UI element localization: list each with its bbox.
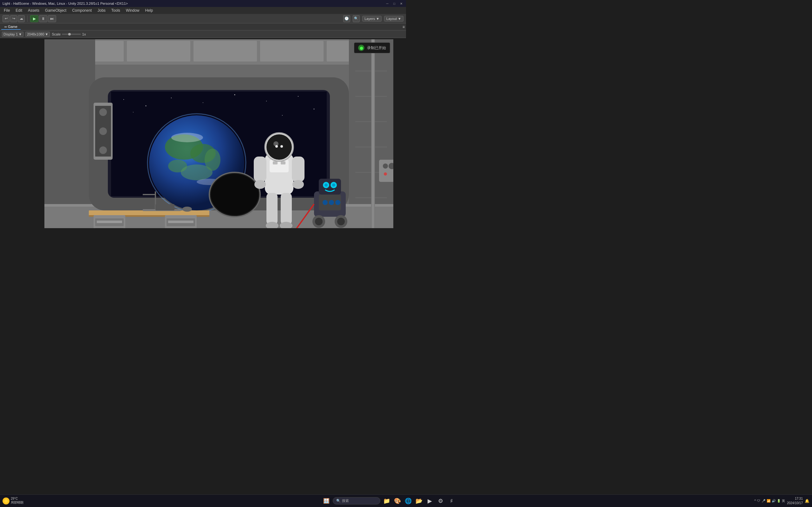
svg-point-101 [383,164,388,169]
toolbar-left-group: ↩ ↪ ☁ [3,15,25,22]
toolbar-play-group: ▶ ⏸ ⏭ [30,15,56,22]
scale-thumb [68,33,71,36]
panel-tab-options: ≡ [403,25,405,29]
scale-slider[interactable] [62,34,81,35]
svg-rect-45 [273,161,277,164]
svg-rect-86 [95,228,124,228]
svg-rect-56 [281,193,292,225]
svg-rect-106 [372,39,374,228]
svg-point-72 [315,218,322,225]
toolbar: ↩ ↪ ☁ ▶ ⏸ ⏭ 🕐 🔍 Layers ▼ Layout ▼ [0,14,406,23]
menu-window[interactable]: Window [123,8,142,13]
svg-point-69 [329,200,334,205]
recording-text: 录制已开始 [367,45,386,51]
svg-point-48 [266,134,292,160]
resolution-dropdown[interactable]: 2048x1080 ▼ [26,32,50,37]
layers-dropdown[interactable]: Layers ▼ [362,16,382,21]
svg-rect-55 [266,193,277,225]
svg-point-65 [324,183,328,187]
svg-rect-51 [254,157,266,182]
maximize-button[interactable]: □ [392,1,397,6]
svg-point-70 [335,200,340,205]
svg-rect-85 [97,221,122,223]
toolbar-undo-btn[interactable]: ↩ [3,15,9,22]
display-label: Display 1 [3,32,18,36]
svg-rect-62 [319,179,341,194]
svg-point-74 [337,218,345,225]
toolbar-history-btn[interactable]: 🕐 [343,15,350,22]
recording-icon: ⬤ [358,45,364,51]
menu-assets[interactable]: Assets [26,8,42,13]
svg-rect-99 [155,204,174,210]
pause-button[interactable]: ⏸ [39,15,47,22]
svg-rect-7 [44,39,95,228]
svg-point-104 [384,172,387,176]
panel-options-icon[interactable]: ≡ [403,25,405,29]
toolbar-search-btn[interactable]: 🔍 [353,15,360,22]
menu-gameobject[interactable]: GameObject [43,8,69,13]
toolbar-sep-1 [27,15,28,22]
display-dropdown[interactable]: Display 1 ▼ [2,32,23,37]
svg-point-28 [133,112,134,112]
menu-file[interactable]: File [1,8,12,13]
svg-point-24 [235,95,235,95]
menu-tools[interactable]: Tools [109,8,123,13]
tab-game-label: Game [8,25,17,29]
scale-value: 1x [82,32,86,36]
svg-point-80 [99,147,107,154]
svg-point-59 [275,145,278,148]
title-bar: Light - HallScene - Windows, Mac, Linux … [0,0,406,7]
svg-rect-92 [168,221,194,223]
svg-point-53 [254,180,266,189]
minimize-button[interactable]: ─ [385,1,390,6]
play-button[interactable]: ▶ [30,15,38,22]
step-button[interactable]: ⏭ [48,15,56,22]
toolbar-cloud-btn[interactable]: ☁ [18,15,25,22]
svg-point-38 [171,133,203,142]
layers-label: Layers [364,17,375,20]
svg-point-79 [99,127,107,135]
scale-container: Scale 1x [52,32,86,36]
toolbar-redo-btn[interactable]: ↪ [10,15,17,22]
svg-point-60 [281,145,283,148]
layout-label: Layout [386,17,397,20]
svg-point-54 [293,180,304,189]
svg-rect-4 [194,41,257,61]
svg-point-21 [146,106,147,107]
game-view: ⬤ 录制已开始 [44,39,393,228]
menu-edit[interactable]: Edit [13,8,25,13]
resolution-label: 2048x1080 [27,32,44,36]
resolution-arrow: ▼ [45,32,49,36]
svg-rect-52 [292,157,305,182]
toolbar-right: 🕐 🔍 Layers ▼ Layout ▼ [343,15,403,22]
svg-point-41 [211,174,258,215]
menu-jobs[interactable]: Jobs [95,8,108,13]
window-controls: ─ □ ✕ [385,1,403,6]
tab-game[interactable]: ∞ Game [1,24,20,30]
svg-rect-46 [281,161,286,164]
layout-dropdown[interactable]: Layout ▼ [384,16,403,21]
svg-rect-5 [260,41,323,61]
tab-game-icon: ∞ [4,25,7,29]
game-toolbar: Display 1 ▼ 2048x1080 ▼ Scale 1x [0,31,406,38]
svg-point-25 [266,101,267,101]
scene-illustration [44,39,393,228]
svg-point-36 [205,149,220,171]
svg-point-26 [298,96,299,97]
menu-help[interactable]: Help [143,8,156,13]
svg-point-68 [322,200,328,205]
menu-component[interactable]: Component [69,8,94,13]
svg-point-29 [282,115,283,116]
window-title: Light - HallScene - Windows, Mac, Linux … [3,2,385,5]
recording-badge: ⬤ 录制已开始 [354,43,390,53]
panel-tabs: ∞ Game ≡ [0,23,406,31]
scale-label: Scale [52,32,61,36]
svg-point-66 [332,183,335,187]
close-button[interactable]: ✕ [399,1,403,6]
svg-point-20 [123,99,124,100]
svg-rect-3 [127,41,190,61]
svg-point-23 [203,102,203,103]
display-arrow: ▼ [18,32,22,36]
layout-arrow-icon: ▼ [398,17,401,20]
svg-point-27 [314,109,315,110]
